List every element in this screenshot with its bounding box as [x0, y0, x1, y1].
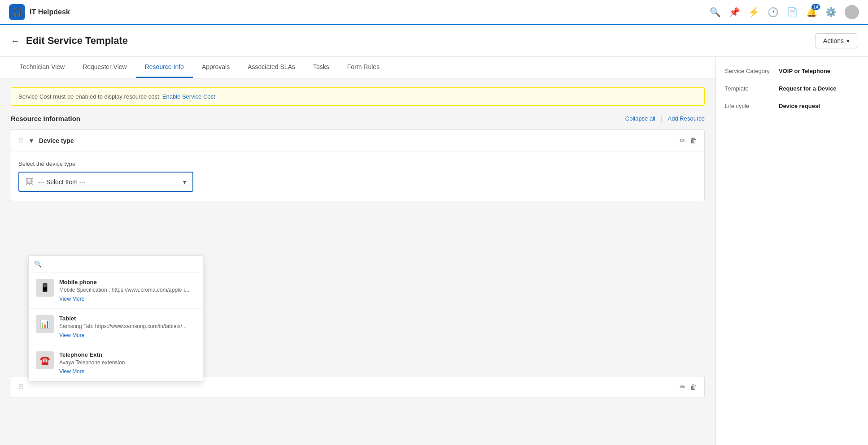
edit-section-button[interactable]: ✏: [680, 136, 685, 145]
resource-info-actions: Collapse all | Add Resource: [625, 115, 705, 122]
bolt-icon[interactable]: ⚡: [748, 7, 759, 17]
life-cycle-value: Device request: [779, 103, 820, 109]
template-row: Template Request for a Device: [725, 85, 859, 92]
pin-icon[interactable]: 📌: [729, 7, 740, 17]
app-icon: 🎧: [9, 4, 25, 20]
alert-message: Service Cost must be enabled to display …: [18, 93, 159, 100]
tab-technician-view[interactable]: Technician View: [11, 57, 74, 78]
tablet-name: Tablet: [59, 315, 196, 322]
drag-handle-icon-2[interactable]: ⠿: [18, 383, 24, 391]
top-nav: 🎧 IT Helpdesk 🔍 📌 ⚡ 🕐 📄 🔔 14 ⚙️: [0, 0, 868, 25]
dropdown-item-tablet[interactable]: 📊 Tablet Samsung Tab: https://www.samsun…: [29, 309, 203, 345]
tablet-content: Tablet Samsung Tab: https://www.samsung.…: [59, 315, 196, 338]
page-header: ← Edit Service Template Actions ▾: [0, 25, 868, 57]
dropdown-search-icon: 🔍: [34, 260, 42, 268]
section-header-left: ⠿ ▼ Device type: [18, 136, 74, 145]
bell-icon[interactable]: 🔔 14: [806, 7, 817, 17]
service-category-label: Service Category: [725, 68, 779, 74]
resource-info-title: Resource Information: [11, 115, 80, 122]
history-icon[interactable]: 🕐: [768, 7, 779, 17]
life-cycle-row: Life cycle Device request: [725, 103, 859, 109]
tab-approvals[interactable]: Approvals: [193, 57, 239, 78]
telephone-extn-name: Telephone Extn: [59, 351, 196, 358]
avatar[interactable]: [845, 5, 859, 19]
mobile-phone-content: Mobile phone Mobile Specification : http…: [59, 279, 196, 302]
delete-second-section-button[interactable]: 🗑: [690, 383, 697, 391]
service-category-value: VOIP or Telephone: [779, 68, 830, 74]
telephone-extn-desc: Avaya Telephone extension: [59, 359, 196, 366]
add-resource-button[interactable]: Add Resource: [668, 115, 705, 122]
select-placeholder-icon: 🖼: [26, 177, 34, 186]
select-device-label: Select the device type: [18, 160, 697, 167]
content-inner: Service Cost must be enabled to display …: [0, 78, 715, 414]
collapse-chevron-icon[interactable]: ▼: [28, 137, 35, 144]
enable-service-cost-link[interactable]: Enable Service Cost: [162, 93, 215, 100]
collapse-all-button[interactable]: Collapse all: [625, 115, 655, 122]
notification-badge: 14: [811, 4, 820, 10]
select-item-trigger[interactable]: 🖼 --- Select Item --- ▾: [18, 172, 193, 192]
topnav-left: 🎧 IT Helpdesk: [9, 4, 70, 20]
doc-icon[interactable]: 📄: [787, 7, 798, 17]
second-section-actions: ✏ 🗑: [680, 383, 697, 391]
dropdown-search-box: 🔍: [29, 256, 203, 272]
device-type-section-body: Select the device type 🖼 --- Select Item…: [11, 151, 704, 201]
tablet-view-more[interactable]: View More: [59, 332, 84, 338]
mobile-phone-view-more[interactable]: View More: [59, 296, 84, 302]
tab-requester-view[interactable]: Requester View: [74, 57, 136, 78]
app-title: IT Helpdesk: [30, 8, 70, 16]
resource-info-header: Resource Information Collapse all | Add …: [11, 115, 705, 122]
telephone-extn-image: ☎️: [36, 351, 54, 369]
device-type-section-header: ⠿ ▼ Device type ✏ 🗑: [11, 130, 704, 151]
select-chevron-down-icon: ▾: [183, 178, 186, 186]
tablet-desc: Samsung Tab: https://www.samsung.com/in/…: [59, 323, 196, 329]
edit-second-section-button[interactable]: ✏: [680, 383, 685, 391]
template-label: Template: [725, 85, 779, 92]
alert-banner: Service Cost must be enabled to display …: [11, 87, 705, 106]
second-section-header-left: ⠿: [18, 383, 24, 391]
actions-button[interactable]: Actions ▾: [816, 33, 857, 48]
template-value: Request for a Device: [779, 85, 837, 92]
drag-handle-icon[interactable]: ⠿: [18, 136, 24, 145]
back-button[interactable]: ←: [11, 36, 20, 46]
tab-associated-slas[interactable]: Associated SLAs: [239, 57, 304, 78]
tab-resource-info[interactable]: Resource Info: [136, 57, 193, 78]
tablet-image: 📊: [36, 315, 54, 333]
mobile-phone-desc: Mobile Specification : https://www.croma…: [59, 287, 196, 293]
settings-icon[interactable]: ⚙️: [825, 7, 837, 17]
item-dropdown: 🔍 📱 Mobile phone Mobile Specification : …: [28, 255, 203, 382]
device-type-section: ⠿ ▼ Device type ✏ 🗑 Select the device ty…: [11, 130, 705, 201]
telephone-extn-view-more[interactable]: View More: [59, 368, 84, 375]
telephone-extn-content: Telephone Extn Avaya Telephone extension…: [59, 351, 196, 375]
tab-form-rules[interactable]: Form Rules: [338, 57, 388, 78]
dropdown-item-mobile-phone[interactable]: 📱 Mobile phone Mobile Specification : ht…: [29, 272, 203, 309]
page-title: Edit Service Template: [26, 35, 128, 47]
device-type-title: Device type: [39, 137, 74, 144]
tab-tasks[interactable]: Tasks: [304, 57, 338, 78]
search-icon[interactable]: 🔍: [710, 7, 721, 17]
select-placeholder-text: --- Select Item ---: [38, 178, 179, 186]
dropdown-item-telephone-extn[interactable]: ☎️ Telephone Extn Avaya Telephone extens…: [29, 345, 203, 381]
dropdown-list: 📱 Mobile phone Mobile Specification : ht…: [29, 272, 203, 381]
tabs-bar: Technician View Requester View Resource …: [0, 57, 715, 78]
dropdown-search-input[interactable]: [45, 260, 197, 268]
section-actions: ✏ 🗑: [680, 136, 697, 145]
mobile-phone-name: Mobile phone: [59, 279, 196, 285]
main-layout: Technician View Requester View Resource …: [0, 57, 868, 445]
life-cycle-label: Life cycle: [725, 103, 779, 109]
delete-section-button[interactable]: 🗑: [690, 136, 697, 145]
topnav-right: 🔍 📌 ⚡ 🕐 📄 🔔 14 ⚙️: [710, 5, 859, 19]
content-area: Technician View Requester View Resource …: [0, 57, 715, 445]
right-sidebar: Service Category VOIP or Telephone Templ…: [715, 57, 868, 445]
page-header-left: ← Edit Service Template: [11, 35, 128, 47]
service-category-row: Service Category VOIP or Telephone: [725, 68, 859, 74]
mobile-phone-image: 📱: [36, 279, 54, 297]
